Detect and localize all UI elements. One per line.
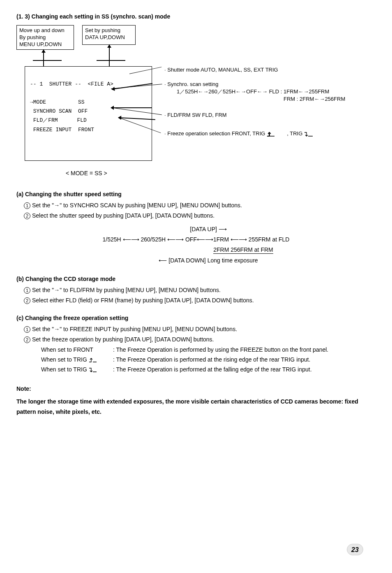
- section-title: (1. 3) Changing each setting in SS (sync…: [16, 12, 376, 21]
- falling-edge-icon: [89, 367, 97, 373]
- arrow-fld: [111, 107, 152, 108]
- heading-c: (c) Changing the freeze operation settin…: [16, 314, 376, 322]
- screen-line-2: →MODE SS: [30, 99, 85, 105]
- heading-b: (b) Changing the CCD storage mode: [16, 275, 376, 283]
- flow-sub: 2FRM 256FRM at FRM: [136, 245, 351, 255]
- annot-shutter-mode: · Shutter mode AUTO, MANUAL, SS, EXT TRI…: [164, 66, 278, 74]
- screen-line-1: -- 1 SHUTTER -- <FILE A>: [30, 81, 113, 87]
- circled-1-icon: 1: [24, 326, 30, 333]
- desc-trig-rise-label: When set to TRIG: [41, 355, 113, 364]
- screen-line-4: FLD／FRM FLD: [30, 117, 87, 123]
- falling-edge-icon: [304, 131, 313, 137]
- conn-menu-h: [33, 60, 62, 61]
- circled-1-icon: 1: [24, 287, 30, 294]
- hint-box-data: Set by pushing DATA UP,DOWN: [82, 25, 136, 45]
- circled-1-icon: 1: [24, 202, 30, 209]
- arrow-menu-down: [43, 50, 44, 66]
- on-screen-menu: -- 1 SHUTTER -- <FILE A> →MODE SS SYNCHR…: [25, 66, 152, 161]
- conn-data-h: [97, 60, 125, 61]
- desc-trig-rise-text: : The Freeze Operation is performed at t…: [113, 355, 376, 364]
- step-a2: 2Select the shutter speed by pushing [DA…: [24, 211, 376, 220]
- heading-a: (a) Changing the shutter speed setting: [16, 190, 376, 199]
- circled-2-icon: 2: [24, 336, 30, 343]
- desc-front-label: When set to FRONT: [41, 346, 113, 354]
- step-b1: 1Set the "→" to FLD/FRM by pushing [MENU…: [24, 286, 376, 295]
- hint-box-menu: Move up and down By pushing MENU UP,DOWN: [16, 25, 74, 50]
- desc-front: When set to FRONT : The Freeze Operation…: [41, 346, 376, 354]
- desc-trig-rise: When set to TRIG : The Freeze Operation …: [41, 355, 376, 364]
- desc-trig-rise-label-text: When set to TRIG: [41, 356, 87, 363]
- step-b2-text: Select either FLD (field) or FRM (frame)…: [32, 297, 254, 304]
- mode-caption: < MODE = SS >: [66, 169, 376, 178]
- annot-freeze: · Freeze operation selection FRONT, TRIG…: [164, 130, 313, 137]
- desc-trig-fall-label: When set to TRIG: [41, 365, 113, 374]
- desc-front-text: : The Freeze Operation is performed by u…: [113, 346, 376, 354]
- step-c2-text: Set the freeze operation by pushing [DAT…: [32, 336, 214, 343]
- step-c2: 2Set the freeze operation by pushing [DA…: [24, 335, 376, 344]
- rising-edge-icon: [267, 131, 275, 137]
- shutter-flow: [DATA UP] ⟶ 1/525H ⟵⟶ 260/525H ⟵⟶ OFF⟵⟶1…: [41, 224, 351, 266]
- step-a1-text: Set the "→" to SYNCHRO SCAN by pushing […: [32, 202, 242, 209]
- desc-trig-fall: When set to TRIG : The Freeze Operation …: [41, 365, 376, 374]
- desc-trig-fall-label-text: When set to TRIG: [41, 366, 87, 373]
- annot-synchro-b: 1／525H←→260／525H←→OFF←→ FLD : 1FRM←→255F…: [177, 88, 329, 95]
- screen-line-5: FREEZE INPUT FRONT: [30, 127, 94, 133]
- step-b2: 2Select either FLD (field) or FRM (frame…: [24, 296, 376, 305]
- annot-freeze-text: · Freeze operation selection FRONT, TRIG: [164, 130, 265, 137]
- step-a2-text: Select the shutter speed by pushing [DAT…: [32, 212, 214, 219]
- arrow-data-down: [109, 45, 110, 66]
- flow-datadown: ⟵ [DATA DOWN] Long time exposure: [66, 255, 351, 266]
- circled-2-icon: 2: [24, 297, 30, 304]
- annot-fldfrm: · FLD/FRM SW FLD, FRM: [164, 111, 227, 119]
- step-b1-text: Set the "→" to FLD/FRM by pushing [MENU …: [32, 287, 221, 293]
- step-c1-text: Set the "→" to FREEZE INPUT by pushing […: [32, 326, 237, 332]
- step-c1: 1Set the "→" to FREEZE INPUT by pushing …: [24, 325, 376, 334]
- annot-synchro-a: · Synchro. scan setting: [164, 81, 219, 88]
- rising-edge-icon-2: [277, 131, 286, 137]
- note-heading: Note:: [16, 385, 376, 393]
- step-a1: 1Set the "→" to SYNCHRO SCAN by pushing …: [24, 201, 376, 210]
- flow-main: 1/525H ⟵⟶ 260/525H ⟵⟶ OFF⟵⟶1FRM ⟵⟶ 255FR…: [41, 234, 351, 245]
- annot-freeze-text-2: , TRIG: [287, 130, 302, 137]
- screen-line-3: SYNCHRO SCAN OFF: [30, 108, 88, 114]
- mode-diagram: Move up and down By pushing MENU UP,DOWN…: [16, 25, 376, 165]
- page-number: 23: [347, 544, 363, 555]
- desc-trig-fall-text: : The Freeze Operation is performed at t…: [113, 365, 376, 374]
- flow-dataup: [DATA UP] ⟶: [66, 224, 351, 234]
- circled-2-icon: 2: [24, 213, 30, 219]
- flow-sub-text: 2FRM 256FRM at FRM: [213, 246, 273, 254]
- note-body: The longer the storage time with extende…: [16, 397, 376, 417]
- rising-edge-icon: [89, 357, 97, 363]
- annot-synchro-c: FRM : 2FRM←→256FRM: [284, 95, 345, 103]
